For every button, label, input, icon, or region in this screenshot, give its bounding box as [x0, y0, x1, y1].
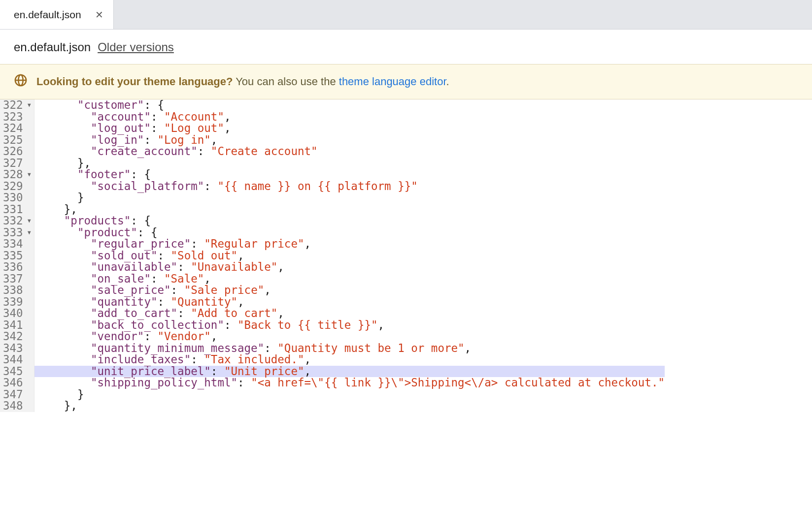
code-line[interactable]: "unit_price_label": "Unit price",: [34, 366, 665, 378]
banner-body: You can also use the: [233, 75, 338, 88]
code-line[interactable]: }: [34, 389, 665, 401]
line-number: 324: [3, 123, 31, 134]
fold-icon[interactable]: ▼: [25, 215, 31, 227]
line-number-gutter: 322▼323324325326327328▼329330331332▼333▼…: [0, 99, 34, 412]
line-number: 323: [3, 111, 31, 123]
line-number: 342: [3, 331, 31, 343]
code-line[interactable]: "include_taxes": "Tax included.",: [34, 354, 665, 366]
fold-icon[interactable]: ▼: [25, 169, 31, 181]
code-line[interactable]: },: [34, 158, 665, 169]
line-number: 332▼: [3, 215, 31, 227]
file-name: en.default.json: [14, 40, 91, 54]
line-number: 337: [3, 273, 31, 285]
code-line[interactable]: "quantity": "Quantity",: [34, 296, 665, 308]
code-line[interactable]: "vendor": "Vendor",: [34, 331, 665, 343]
fold-icon[interactable]: ▼: [25, 99, 31, 111]
line-number: 334: [3, 238, 31, 250]
close-icon[interactable]: ✕: [95, 9, 103, 21]
code-line[interactable]: "customer": {: [34, 99, 665, 111]
code-line[interactable]: "on_sale": "Sale",: [34, 273, 665, 285]
code-line[interactable]: "account": "Account",: [34, 111, 665, 123]
code-line[interactable]: "shipping_policy_html": "<a href=\"{{ li…: [34, 377, 665, 389]
fold-icon[interactable]: ▼: [25, 227, 31, 239]
code-editor[interactable]: 322▼323324325326327328▼329330331332▼333▼…: [0, 99, 812, 412]
line-number: 335: [3, 250, 31, 262]
code-line[interactable]: "regular_price": "Regular price",: [34, 238, 665, 250]
tab-active[interactable]: en.default.json ✕: [0, 0, 114, 29]
code-line[interactable]: "footer": {: [34, 169, 665, 181]
line-number: 343: [3, 343, 31, 354]
line-number: 340: [3, 308, 31, 319]
older-versions-link[interactable]: Older versions: [98, 40, 174, 54]
code-line[interactable]: },: [34, 204, 665, 216]
line-number: 328▼: [3, 169, 31, 181]
line-number: 347: [3, 389, 31, 401]
tab-bar: en.default.json ✕: [0, 0, 812, 30]
code-line[interactable]: "sale_price": "Sale price",: [34, 285, 665, 296]
code-line[interactable]: }: [34, 192, 665, 204]
code-line[interactable]: },: [34, 400, 665, 412]
code-line[interactable]: "social_platform": "{{ name }} on {{ pla…: [34, 181, 665, 192]
code-line[interactable]: "quantity_minimum_message": "Quantity mu…: [34, 343, 665, 354]
code-line[interactable]: "log_out": "Log out",: [34, 123, 665, 134]
line-number: 339: [3, 296, 31, 308]
code-content[interactable]: "customer": { "account": "Account", "log…: [34, 99, 665, 412]
code-line[interactable]: "products": {: [34, 215, 665, 227]
breadcrumb: en.default.json Older versions: [0, 30, 812, 64]
line-number: 336: [3, 261, 31, 273]
info-banner: Looking to edit your theme language? You…: [0, 64, 812, 99]
banner-heading: Looking to edit your theme language?: [36, 75, 233, 88]
code-line[interactable]: "unavailable": "Unavailable",: [34, 261, 665, 273]
tab-label: en.default.json: [14, 9, 81, 21]
line-number: 338: [3, 285, 31, 296]
line-number: 322▼: [3, 99, 31, 111]
line-number: 327: [3, 158, 31, 169]
line-number: 345: [3, 366, 31, 378]
banner-period: .: [446, 75, 449, 88]
line-number: 341: [3, 319, 31, 331]
line-number: 348: [3, 400, 31, 412]
line-number: 326: [3, 146, 31, 158]
code-line[interactable]: "back_to_collection": "Back to {{ title …: [34, 319, 665, 331]
line-number: 331: [3, 204, 31, 216]
line-number: 330: [3, 192, 31, 204]
theme-language-editor-link[interactable]: theme language editor: [339, 75, 446, 88]
code-line[interactable]: "create_account": "Create account": [34, 146, 665, 158]
line-number: 329: [3, 181, 31, 192]
code-line[interactable]: "sold_out": "Sold out",: [34, 250, 665, 262]
banner-text: Looking to edit your theme language? You…: [36, 75, 449, 88]
line-number: 346: [3, 377, 31, 389]
code-line[interactable]: "product": {: [34, 227, 665, 239]
code-line[interactable]: "log_in": "Log in",: [34, 134, 665, 146]
code-line[interactable]: "add_to_cart": "Add to cart",: [34, 308, 665, 319]
line-number: 333▼: [3, 227, 31, 239]
line-number: 344: [3, 354, 31, 366]
globe-icon: [14, 73, 28, 90]
line-number: 325: [3, 134, 31, 146]
